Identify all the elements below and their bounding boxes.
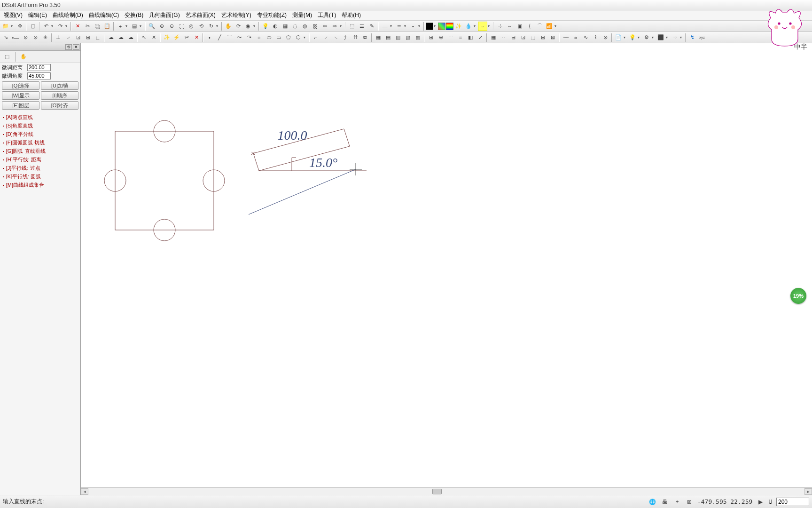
panel-close-icon[interactable]: ✕ [73,44,79,50]
cloud3-icon[interactable]: ☁ [126,33,135,42]
menu-art-draw[interactable]: 艺术绘制(Y) [219,10,254,20]
xyz-icon[interactable]: xyz [697,33,707,42]
dim-box-icon[interactable]: ▣ [515,22,524,31]
copy-icon[interactable]: ⿻ [93,22,102,31]
shaded-icon[interactable]: ◐ [271,22,280,31]
snap-grid-icon[interactable]: ⊞ [83,33,93,42]
menu-pro[interactable]: 专业功能(Z) [254,10,289,20]
scroll-left-icon[interactable]: ◂ [81,488,88,495]
draw-rect-icon[interactable]: ▭ [274,33,283,42]
link-icon[interactable]: ⛓ [310,22,320,31]
tool-angle-line[interactable]: [S]角度直线 [1,121,79,130]
grid1-icon[interactable]: ▦ [489,33,498,42]
tool-arc-tangent[interactable]: [F]圆弧圆弧 切线 [1,138,79,147]
edit-extend-icon[interactable]: ⤴ [341,33,350,42]
paste-icon[interactable]: 📋 [102,22,112,31]
wave1-icon[interactable]: 〰 [561,33,570,42]
snap-perp-icon[interactable]: ⊥ [54,33,63,42]
wave2-icon[interactable]: ≈ [571,33,580,42]
menu-geom-surface[interactable]: 几何曲面(G) [146,10,182,20]
color-palette-swatch[interactable] [446,23,453,30]
dim-h-icon[interactable]: ↔ [505,22,515,31]
select-rect-icon[interactable]: ▢ [28,22,38,31]
delete-icon[interactable]: ✕ [73,22,82,31]
status-print-icon[interactable]: 🖶 [661,498,669,506]
status-u-input[interactable] [776,498,809,506]
grid4-icon[interactable]: ⊡ [518,33,528,42]
edit-offset-icon[interactable]: ⇈ [351,33,360,42]
drawing-canvas[interactable]: 100.0 15.0° [81,43,812,380]
snap-center-icon[interactable]: ⊙ [31,33,40,42]
zoom-all-icon[interactable]: ◎ [187,22,196,31]
undo-icon[interactable]: ↶ [41,22,51,31]
snap-mid-icon[interactable]: •— [11,33,20,42]
btn-layer[interactable]: [E]图层 [2,101,39,110]
tool-arc-perp[interactable]: [G]圆弧 直线垂线 [1,147,79,155]
dropper-icon[interactable]: 💧 [464,22,473,31]
3d-box-icon[interactable]: ⬚ [347,22,357,31]
draw-ellipse-icon[interactable]: ⬭ [264,33,273,42]
menu-curve-edit[interactable]: 曲线编辑(C) [86,10,122,20]
edit-chamfer-icon[interactable]: ⟋ [321,33,330,42]
pan-icon[interactable]: ✋ [224,22,233,31]
canvas-area[interactable]: 100.0 15.0° ◂ ▸ [81,43,812,495]
scroll-thumb[interactable] [432,489,442,494]
menu-edit[interactable]: 编辑(E) [25,10,50,20]
angle-input[interactable] [27,72,51,79]
draw-dpath-icon[interactable]: ↷ [244,33,254,42]
break-icon[interactable]: ✂ [182,33,191,42]
tool-two-point-line[interactable]: [A]两点直线 [1,113,79,121]
gear-icon[interactable]: ⚙ [642,33,651,42]
group1-icon[interactable]: ▦ [374,33,383,42]
draw-line-icon[interactable]: ╱ [215,33,224,42]
center-icon[interactable]: ⊹ [495,22,505,31]
prev-icon[interactable]: ⇦ [320,22,329,31]
grid3-icon[interactable]: ⊟ [508,33,518,42]
group3-icon[interactable]: ▥ [393,33,403,42]
magic-icon[interactable]: ✨ [162,33,172,42]
move-icon[interactable]: ✥ [15,22,24,31]
wave4-icon[interactable]: ⌇ [591,33,600,42]
bulb-icon[interactable]: 💡 [628,33,637,42]
wave5-icon[interactable]: ⊗ [601,33,610,42]
cloud1-icon[interactable]: ☁ [106,33,116,42]
ghost-icon[interactable]: ◍ [300,22,310,31]
dist-input[interactable] [27,64,51,71]
magic2-icon[interactable]: ⚡ [172,33,181,42]
arr-polar-icon[interactable]: ⊕ [436,33,445,42]
wand-icon[interactable]: ✨ [454,22,463,31]
edit-join-icon[interactable]: ⧉ [360,33,370,42]
tool-parallel-point[interactable]: [J]平行线: 过点 [1,164,79,172]
pick-x-icon[interactable]: ✕ [149,33,158,42]
grid7-icon[interactable]: ⊠ [548,33,557,42]
scale-icon[interactable]: ⤢ [476,33,485,42]
dots-icon[interactable]: ⁘ [670,33,679,42]
mirror-icon[interactable]: ◧ [466,33,475,42]
zoom-window-icon[interactable]: 🔍 [147,22,156,31]
refresh-icon[interactable]: ↻ [206,22,216,31]
tool-bisector[interactable]: [D]角平分线 [1,130,79,138]
snap-near-icon[interactable]: ⊡ [73,33,83,42]
tool-parallel-arc[interactable]: [K]平行线: 圆弧 [1,172,79,181]
crosshair-icon[interactable]: + [116,22,125,31]
draw-wave-icon[interactable]: 〜 [234,33,244,42]
draw-circle-icon[interactable]: ○ [254,33,264,42]
hide-icon[interactable]: ◌ [290,22,300,31]
status-play-icon[interactable]: ▶ [756,498,765,506]
zoom-in-icon[interactable]: ⊕ [157,22,166,31]
panel-undock-icon[interactable]: ⟲ [65,44,72,50]
status-box-icon[interactable]: ⊠ [685,498,694,506]
snap-ortho-icon[interactable]: ∟ [93,33,102,42]
pick-point-icon[interactable]: ↖ [139,33,148,42]
draw-arc-icon[interactable]: ⌒ [225,33,234,42]
align-icon[interactable]: ≡ [456,33,465,42]
menu-art-surface[interactable]: 艺术曲面(X) [183,10,219,20]
tool-parallel-dist[interactable]: [H]平行线: 距离 [1,155,79,164]
erase-icon[interactable]: ✕ [192,33,201,42]
wave3-icon[interactable]: ∿ [581,33,590,42]
orbit-icon[interactable]: ◉ [243,22,253,31]
btn-order[interactable]: [I]顺序 [41,91,78,100]
redo-icon[interactable]: ↷ [55,22,65,31]
panel-icon-2[interactable]: ✋ [18,52,29,62]
draw-polygon-icon[interactable]: ⬠ [284,33,293,42]
